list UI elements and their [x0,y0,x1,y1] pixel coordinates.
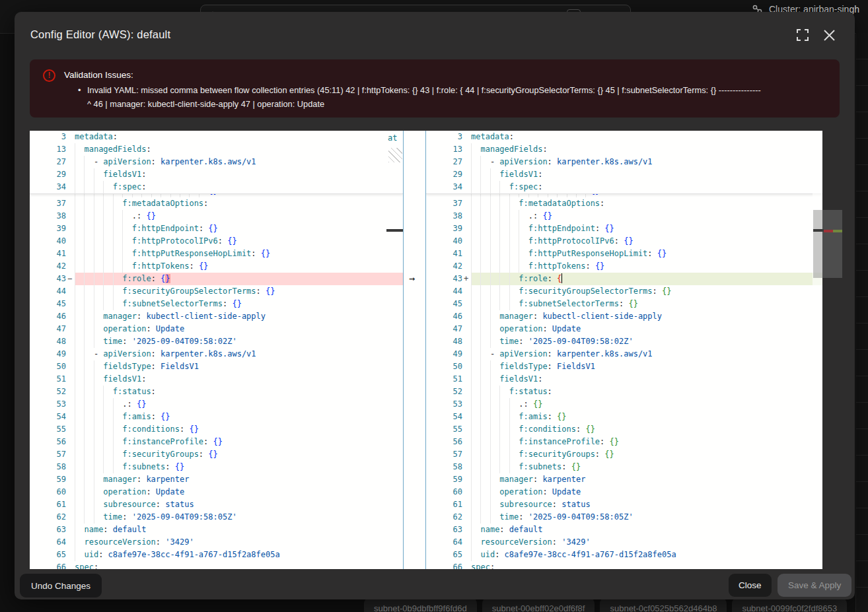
save-apply-button[interactable]: Save & Apply [778,574,851,597]
line-number: 34 [426,181,462,193]
diff-marker [66,310,75,323]
code-line[interactable]: 57f:securityGroups: {} [426,448,822,461]
code-line[interactable]: 57f:securityGroups: {} [30,448,403,461]
code-line[interactable]: 42f:httpTokens: {} [30,260,403,273]
code-line[interactable]: 61subresource: status [30,498,403,511]
code-line[interactable]: 61subresource: status [426,498,822,511]
code-line[interactable]: 60operation: Update [30,486,403,498]
diff-marker [66,248,75,260]
code-line[interactable]: 55f:conditions: {} [30,423,403,436]
sticky-code-line[interactable]: 3metadata: [426,131,822,143]
code-line[interactable]: 48time: '2025-09-04T09:58:02Z' [30,335,403,348]
code-line[interactable]: 63name: default [30,524,403,536]
code-line[interactable]: 54f:amis: {} [426,411,822,423]
code-line[interactable]: 60operation: Update [426,486,822,498]
code-line[interactable]: 42f:httpTokens: {} [426,260,822,273]
code-line[interactable]: 43−f:role: {} [30,273,403,285]
code-line[interactable]: 46manager: kubectl-client-side-apply [426,310,822,323]
code-line[interactable]: 41f:httpPutResponseHopLimit: {} [426,248,822,260]
sticky-code-line[interactable]: 27- apiVersion: karpenter.k8s.aws/v1 [30,156,403,168]
close-icon[interactable] [822,28,836,42]
code-line[interactable]: 59manager: karpenter [30,473,403,486]
diff-marker [66,524,75,536]
line-number: 53 [426,398,462,411]
modified-editor-pane[interactable]: {}37f:metadataOptions:38.: {}39f:httpEnd… [426,131,822,569]
sticky-code-line[interactable]: 34f:spec: [426,181,822,193]
diff-marker [66,143,75,156]
code-line[interactable]: 47operation: Update [30,323,403,335]
original-editor-pane[interactable]: {}37f:metadataOptions:38.: {}39f:httpEnd… [30,131,403,569]
code-line[interactable]: 65uid: c8afe97e-38cc-4f91-a767-d15f2a8fe… [30,549,403,561]
code-line[interactable]: 37f:metadataOptions: [426,197,822,210]
code-line[interactable]: 44f:securityGroupSelectorTerms: {} [426,285,822,298]
line-number: 61 [30,498,66,511]
diff-marker [66,411,75,423]
sticky-code-line[interactable]: 29fieldsV1: [426,168,822,181]
code-line[interactable]: 62time: '2025-09-04T09:58:05Z' [426,511,822,524]
code-line[interactable]: 47operation: Update [426,323,822,335]
overview-deleted-mark [824,230,833,232]
sticky-code-line[interactable]: 3metadata: [30,131,403,143]
code-line[interactable]: 49- apiVersion: karpenter.k8s.aws/v1 [426,348,822,360]
sticky-code-line[interactable]: 13managedFields: [426,143,822,156]
code-line[interactable]: 54f:amis: {} [30,411,403,423]
undo-changes-button[interactable]: Undo Changes [20,574,102,597]
code-line[interactable]: 38.: {} [30,210,403,222]
code-line[interactable]: 55f:conditions: {} [426,423,822,436]
code-line[interactable]: 58f:subnets: {} [30,461,403,473]
line-number: 13 [426,143,462,156]
line-number: 39 [426,222,462,235]
line-number: 63 [30,524,66,536]
code-line[interactable]: 62time: '2025-09-04T09:58:05Z' [30,511,403,524]
diff-marker [462,561,471,569]
code-line[interactable]: 45f:subnetSelectorTerms: {} [426,298,822,310]
scrollbar-slider[interactable] [813,210,842,278]
code-line[interactable]: 58f:subnets: {} [426,461,822,473]
code-line[interactable]: 53.: {} [426,398,822,411]
code-line[interactable]: 40f:httpProtocolIPv6: {} [426,235,822,248]
line-number: 59 [426,473,462,486]
code-line[interactable]: 51fieldsV1: [30,373,403,386]
code-line[interactable]: 50fieldsType: FieldsV1 [30,360,403,373]
line-number: 27 [426,156,462,168]
overview-added-mark [833,230,842,232]
code-line[interactable]: 37f:metadataOptions: [30,197,403,210]
code-line[interactable]: 64resourceVersion: '3429' [426,536,822,549]
code-line[interactable]: 65uid: c8afe97e-38cc-4f91-a767-d15f2a8fe… [426,549,822,561]
line-number: 48 [426,335,462,348]
code-line[interactable]: 39f:httpEndpoint: {} [30,222,403,235]
code-line[interactable]: 64resourceVersion: '3429' [30,536,403,549]
close-button[interactable]: Close [729,574,772,597]
code-line[interactable]: 59manager: karpenter [426,473,822,486]
code-line[interactable]: 44f:securityGroupSelectorTerms: {} [30,285,403,298]
sticky-code-line[interactable]: 34f:spec: [30,181,403,193]
app-root: { "topbar": { "search_placeholder": "Sea… [0,0,868,612]
code-line[interactable]: 50fieldsType: FieldsV1 [426,360,822,373]
code-line[interactable]: 52f:status: [426,386,822,398]
code-line[interactable]: 38.: {} [426,210,822,222]
sticky-code-line[interactable]: 27- apiVersion: karpenter.k8s.aws/v1 [426,156,822,168]
code-line[interactable]: 66spec: [426,561,822,569]
sticky-code-line[interactable]: 29fieldsV1: [30,168,403,181]
code-line[interactable]: 51fieldsV1: [426,373,822,386]
code-line[interactable]: 56f:instanceProfile: {} [30,436,403,448]
code-line[interactable]: 48time: '2025-09-04T09:58:02Z' [426,335,822,348]
code-line[interactable]: 45f:subnetSelectorTerms: {} [30,298,403,310]
code-line[interactable]: 39f:httpEndpoint: {} [426,222,822,235]
sticky-code-line[interactable]: 13managedFields: [30,143,403,156]
code-line[interactable]: 46manager: kubectl-client-side-apply [30,310,403,323]
revert-change-arrow[interactable]: → [409,273,415,285]
code-line[interactable]: 63name: default [426,524,822,536]
code-line[interactable]: 53.: {} [30,398,403,411]
line-number: 41 [30,248,66,260]
code-line[interactable]: 43+f:role: { [426,273,822,285]
diff-marker [66,131,75,143]
code-line[interactable]: 41f:httpPutResponseHopLimit: {} [30,248,403,260]
diff-marker [462,486,471,498]
code-line[interactable]: 52f:status: [30,386,403,398]
fullscreen-button[interactable] [796,28,809,42]
code-line[interactable]: 49- apiVersion: karpenter.k8s.aws/v1 [30,348,403,360]
code-line[interactable]: 66spec: [30,561,403,569]
code-line[interactable]: 56f:instanceProfile: {} [426,436,822,448]
code-line[interactable]: 40f:httpProtocolIPv6: {} [30,235,403,248]
